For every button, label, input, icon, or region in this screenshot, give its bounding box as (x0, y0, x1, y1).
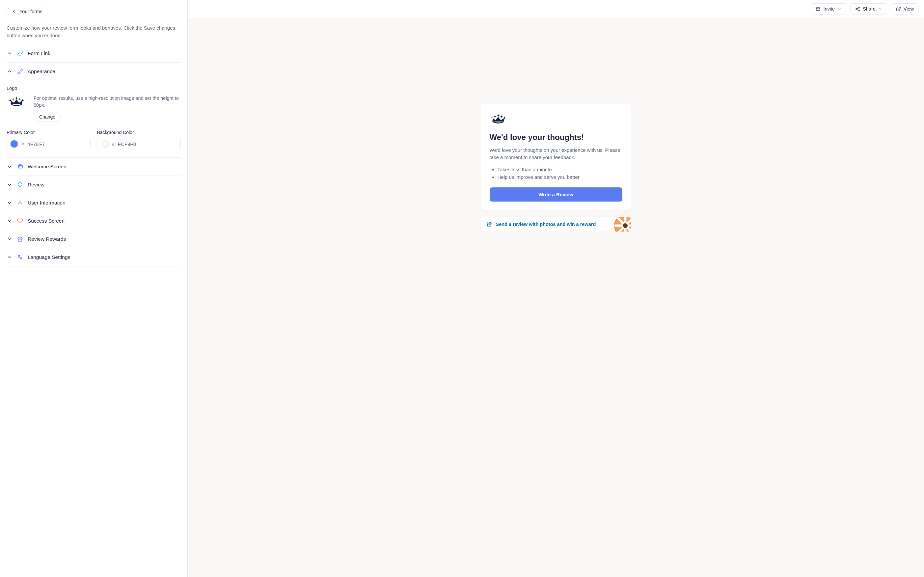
settings-sidebar: Your forms Customize how your review for… (0, 0, 188, 577)
crown-logo-icon (490, 114, 507, 125)
section-form-link[interactable]: Form Link (6, 47, 181, 63)
svg-marker-18 (493, 115, 497, 118)
svg-marker-19 (497, 114, 500, 117)
section-label: Review Rewards (28, 236, 66, 242)
chevron-down-icon (6, 164, 13, 169)
mail-icon (816, 6, 821, 11)
preview-body: We'd love your thoughts on your experien… (490, 147, 622, 161)
heart-icon (17, 218, 23, 224)
chevron-down-icon (6, 218, 13, 224)
preview-bullets: Takes less than a minute Help us improve… (490, 166, 622, 181)
background-color-swatch (101, 140, 109, 148)
back-button-label: Your forms (19, 9, 42, 14)
chevron-down-icon (6, 182, 13, 188)
section-review-rewards[interactable]: Review Rewards (6, 230, 181, 248)
section-review[interactable]: Review (6, 176, 181, 194)
background-color-input[interactable] (118, 141, 151, 147)
svg-line-14 (857, 8, 858, 9)
section-success-screen[interactable]: Success Screen (6, 212, 181, 230)
prize-wheel-icon (614, 217, 631, 232)
translate-icon (17, 254, 23, 260)
preview-bullet: Takes less than a minute (497, 166, 622, 173)
svg-point-13 (858, 10, 860, 11)
svg-point-34 (623, 223, 628, 228)
svg-line-15 (857, 9, 858, 10)
primary-color-label: Primary Color (6, 130, 90, 135)
hand-icon (17, 164, 23, 169)
logo-label: Logo (6, 85, 181, 91)
external-link-icon (896, 6, 901, 11)
sections-list: Form Link Appearance Logo (6, 47, 181, 266)
share-button[interactable]: Share (850, 3, 887, 15)
invite-button[interactable]: Invite (811, 3, 846, 15)
primary-color-field: Primary Color # (6, 130, 90, 150)
svg-marker-1 (11, 97, 15, 101)
section-label: User Information (28, 200, 66, 206)
section-welcome-screen[interactable]: Welcome Screen (6, 158, 181, 176)
toolbar: Invite Share View (188, 0, 924, 18)
svg-marker-3 (18, 97, 21, 101)
background-color-label: Background Color (97, 130, 181, 135)
svg-point-5 (18, 182, 22, 186)
svg-point-6 (19, 201, 21, 203)
section-language-settings[interactable]: Language Settings (6, 248, 181, 266)
chevron-left-icon (11, 9, 16, 14)
svg-marker-2 (15, 97, 18, 100)
svg-line-16 (898, 7, 900, 9)
section-label: Appearance (28, 69, 55, 74)
chevron-up-icon (6, 69, 13, 74)
section-user-information[interactable]: User Information (6, 194, 181, 212)
preview-area: We'd love your thoughts! We'd love your … (188, 18, 924, 577)
chat-icon (17, 182, 23, 188)
sidebar-description: Customize how your review form looks and… (6, 24, 178, 39)
section-label: Review (28, 182, 45, 188)
chevron-down-icon (6, 200, 13, 206)
change-logo-button[interactable]: Change (34, 112, 61, 122)
gift-icon (486, 221, 492, 227)
brush-icon (17, 69, 23, 74)
share-icon (855, 6, 860, 11)
background-color-field: Background Color # (97, 130, 181, 150)
primary-color-input[interactable] (27, 141, 60, 147)
svg-marker-20 (500, 115, 503, 118)
chevron-down-icon (837, 7, 841, 11)
reward-banner[interactable]: Send a review with photos and win a rewa… (481, 217, 631, 232)
hash-symbol: # (112, 141, 114, 147)
background-color-input-wrap[interactable]: # (97, 138, 181, 150)
section-label: Welcome Screen (28, 164, 66, 169)
crown-logo-icon (8, 96, 25, 107)
user-icon (17, 200, 23, 206)
view-label: View (903, 6, 914, 11)
section-label: Form Link (28, 50, 50, 56)
primary-color-input-wrap[interactable]: # (6, 138, 90, 150)
link-icon (17, 50, 23, 56)
main-preview-panel: Invite Share View (188, 0, 924, 577)
chevron-down-icon (878, 7, 882, 11)
preview-bullet: Help us improve and serve you better (497, 173, 622, 181)
logo-preview (6, 95, 26, 107)
svg-point-12 (856, 8, 857, 10)
hash-symbol: # (21, 141, 24, 147)
logo-hint: For optimal results, use a high-resoluti… (34, 95, 181, 109)
back-button[interactable]: Your forms (6, 6, 47, 17)
appearance-body: Logo For optima (6, 81, 181, 158)
preview-card: We'd love your thoughts! We'd love your … (481, 104, 631, 210)
primary-color-swatch (10, 140, 18, 148)
share-label: Share (863, 6, 876, 11)
section-label: Success Screen (28, 218, 64, 224)
section-label: Language Settings (28, 254, 70, 260)
gift-icon (17, 236, 23, 242)
preview-logo (490, 114, 622, 126)
preview-title: We'd love your thoughts! (490, 133, 622, 142)
svg-point-11 (858, 7, 860, 8)
write-review-button[interactable]: Write a Review (490, 187, 622, 201)
chevron-down-icon (6, 236, 13, 242)
section-appearance[interactable]: Appearance (6, 63, 181, 81)
invite-label: Invite (823, 6, 835, 11)
reward-text: Send a review with photos and win a rewa… (496, 222, 596, 227)
chevron-down-icon (6, 254, 13, 260)
chevron-down-icon (6, 50, 13, 56)
view-button[interactable]: View (891, 3, 919, 15)
